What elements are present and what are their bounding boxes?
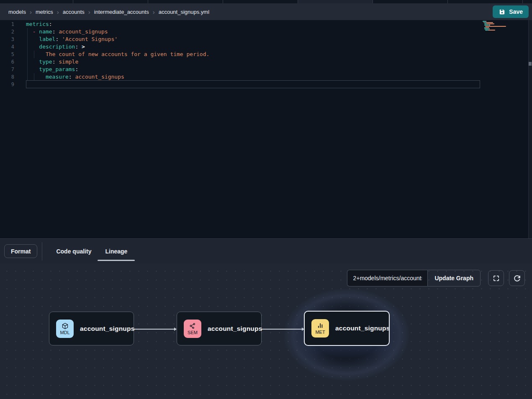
fullscreen-icon (493, 275, 500, 282)
chevron-right-icon: › (30, 9, 32, 15)
lineage-selector-input[interactable] (347, 270, 427, 286)
breadcrumb-bar: models›metrics›accounts›intermediate_acc… (0, 3, 532, 20)
code-line[interactable]: 7 type_params: (0, 66, 532, 73)
tab-code-quality[interactable]: Code quality (56, 239, 91, 264)
chevron-right-icon: › (57, 9, 59, 15)
ide-window: models›metrics›accounts›intermediate_acc… (0, 0, 532, 399)
editor-tab[interactable] (523, 0, 532, 3)
indent-guide (34, 73, 34, 81)
code-line-text: measure: account_signups (26, 73, 124, 81)
lineage-node-semantic-model[interactable]: SEM account_signups (177, 312, 262, 345)
line-number: 5 (0, 51, 14, 58)
floppy-disk-icon (499, 8, 506, 15)
line-number: 7 (0, 66, 14, 73)
node-title: account_signups (208, 325, 262, 332)
active-line-highlight (26, 80, 480, 88)
semantic-model-icon (189, 322, 196, 330)
update-graph-button[interactable]: Update Graph (427, 270, 481, 286)
save-button[interactable]: Save (493, 5, 529, 18)
breadcrumb-item[interactable]: metrics (36, 9, 53, 15)
code-editor[interactable]: 1metrics:2 - name: account_signups3 labe… (0, 20, 532, 238)
line-number: 8 (0, 73, 14, 81)
tab-lineage[interactable]: Lineage (105, 239, 127, 264)
panel-divider (42, 242, 42, 261)
indent-guide (34, 51, 34, 58)
breadcrumb-item[interactable]: models (8, 9, 26, 15)
editor-tab[interactable] (373, 0, 448, 3)
indent-guide (27, 28, 28, 81)
code-line[interactable]: 1metrics: (0, 20, 532, 28)
editor-tabs-strip (0, 0, 532, 3)
breadcrumb-item[interactable]: account_signups.yml (159, 9, 209, 15)
bottom-panel: Format Code quality Lineage (0, 238, 532, 263)
save-button-label: Save (509, 8, 523, 15)
line-number: 1 (0, 20, 14, 28)
lineage-edge (262, 329, 302, 330)
badge-label: SEM (188, 330, 198, 335)
editor-tab[interactable] (448, 0, 523, 3)
minimap-line (483, 31, 524, 32)
badge-label: MDL (60, 330, 69, 335)
code-line-text: description: > (26, 43, 85, 51)
editor-tab[interactable] (148, 0, 223, 3)
editor-scrollbar[interactable] (528, 20, 532, 238)
code-line[interactable]: 6 type: simple (0, 58, 532, 66)
chevron-right-icon: › (153, 9, 155, 15)
code-line[interactable]: 2 - name: account_signups (0, 28, 532, 36)
lineage-node-model[interactable]: MDL account_signups (49, 312, 134, 345)
fullscreen-button[interactable] (488, 270, 504, 286)
line-number: 3 (0, 36, 14, 43)
semantic-model-badge: SEM (184, 320, 201, 338)
tab-label: Lineage (105, 248, 127, 255)
cube-icon (62, 322, 69, 330)
node-title: account_signups (80, 325, 134, 332)
code-line-text: type_params: (26, 66, 78, 73)
node-title: account_signups (335, 325, 390, 332)
breadcrumb-item[interactable]: accounts (63, 9, 85, 15)
code-line-text: type: simple (26, 58, 78, 66)
breadcrumb: models›metrics›accounts›intermediate_acc… (8, 9, 209, 15)
metric-badge: MET (311, 319, 329, 338)
code-line-text: - name: account_signups (26, 28, 108, 36)
code-line[interactable]: 8 measure: account_signups (0, 73, 532, 81)
code-line-text: The count of new accounts for a given ti… (26, 51, 209, 58)
tab-label: Code quality (56, 248, 91, 255)
code-line-text: label: 'Account Signups' (26, 36, 118, 43)
line-number: 6 (0, 58, 14, 66)
breadcrumb-item[interactable]: intermediate_accounts (94, 9, 149, 15)
editor-tab[interactable] (223, 0, 298, 3)
code-line[interactable]: 5 The count of new accounts for a given … (0, 51, 532, 58)
lineage-node-metric[interactable]: MET account_signups (304, 311, 390, 346)
code-area: 1metrics:2 - name: account_signups3 labe… (0, 20, 532, 88)
refresh-button[interactable] (509, 270, 525, 286)
code-line[interactable]: 3 label: 'Account Signups' (0, 36, 532, 43)
metric-bars-icon (317, 322, 324, 329)
model-badge: MDL (56, 320, 74, 338)
refresh-icon (514, 275, 521, 282)
line-number: 2 (0, 28, 14, 36)
badge-label: MET (315, 330, 325, 335)
chevron-right-icon: › (88, 9, 90, 15)
minimap[interactable] (483, 21, 524, 32)
code-line[interactable]: 4 description: > (0, 43, 532, 51)
format-button[interactable]: Format (4, 244, 37, 258)
lineage-canvas[interactable]: Update Graph (0, 263, 532, 399)
lineage-controls: Update Graph (347, 270, 525, 286)
editor-tab[interactable] (73, 0, 148, 3)
lineage-edge (134, 329, 175, 330)
scrollbar-thumb[interactable] (529, 62, 532, 66)
editor-tab[interactable] (0, 0, 73, 3)
editor-tab[interactable] (298, 0, 373, 3)
line-number: 4 (0, 43, 14, 51)
line-number: 9 (0, 81, 14, 88)
code-line-text: metrics: (26, 20, 52, 28)
